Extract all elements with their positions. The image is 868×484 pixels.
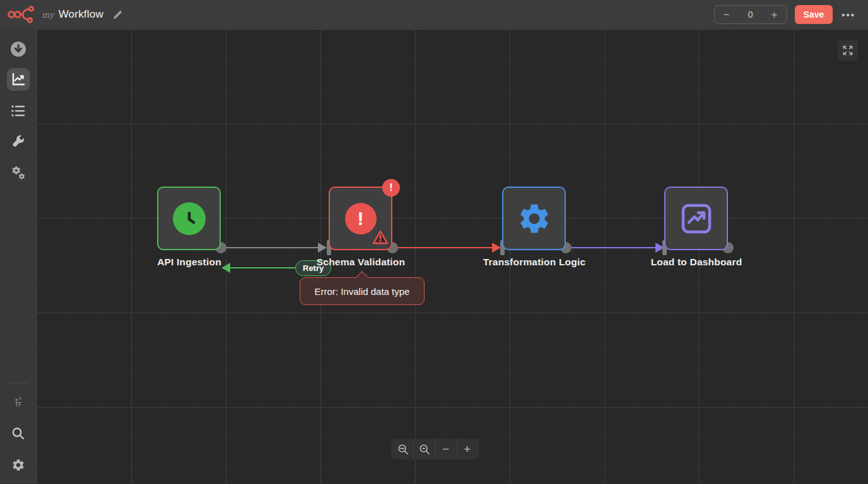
search-icon (11, 427, 25, 441)
node-api-ingestion[interactable] (157, 187, 221, 250)
zoom-reset-button[interactable] (414, 439, 435, 459)
magnifier-minus-icon (397, 444, 409, 455)
sidebar-item-search[interactable] (7, 422, 30, 445)
sidebar-item-settings[interactable] (7, 454, 30, 476)
connection-arrow (318, 243, 327, 253)
connection-schema-to-transform[interactable] (398, 247, 499, 248)
text-variables-icon: +³ TF (15, 397, 22, 407)
node-load-to-dashboard[interactable] (664, 187, 728, 250)
sidebar-divider (8, 383, 29, 383)
stepper-value: 0 (739, 9, 763, 20)
node-transformation-logic[interactable] (502, 187, 566, 250)
edit-title-button[interactable] (112, 9, 123, 20)
connection-arrow (492, 243, 501, 253)
topbar-actions: − 0 + Save ••• (714, 5, 868, 24)
workflow-title-prefix: my (42, 10, 54, 20)
zoom-toolbar: − + (391, 439, 479, 459)
error-tooltip-text: Error: Invalid data type (315, 286, 410, 297)
stepper-decrement-button[interactable]: − (715, 6, 739, 23)
left-sidebar: +³ TF (0, 29, 37, 484)
pencil-icon (112, 9, 123, 20)
sidebar-item-workflows[interactable] (7, 68, 30, 91)
value-stepper: − 0 + (714, 5, 787, 24)
warning-triangle-icon (372, 230, 389, 247)
clock-icon (173, 202, 206, 235)
expand-icon (843, 45, 853, 55)
node-label-transformation-logic: Transformation Logic (465, 256, 604, 268)
sidebar-item-tools[interactable] (7, 130, 30, 153)
node-schema-validation[interactable]: ! ! (329, 187, 392, 250)
chart-activity-icon (11, 72, 25, 86)
connection-transform-to-load[interactable] (572, 247, 663, 248)
error-exclamation-icon: ! (345, 203, 377, 234)
gear-icon (517, 201, 552, 236)
magnifier-small-minus-icon (419, 444, 430, 455)
sidebar-item-integrations[interactable] (7, 161, 30, 184)
zoom-in-button[interactable]: + (457, 439, 478, 459)
zoom-to-fit-button[interactable] (392, 439, 413, 459)
download-circle-icon (10, 41, 26, 57)
gear-icon (11, 458, 25, 472)
sidebar-item-list[interactable] (7, 100, 30, 122)
workflow-canvas[interactable]: Retry API Ingestion ! ! Schema Validatio… (37, 29, 868, 484)
error-badge[interactable]: ! (382, 179, 400, 197)
app-logo[interactable] (0, 5, 42, 24)
gears-icon (11, 165, 26, 180)
node-label-schema-validation: Schema Validation (291, 256, 430, 268)
workflow-title: Workflow (59, 8, 103, 21)
list-icon (11, 104, 26, 118)
workflow-logo-icon (7, 5, 35, 24)
save-button[interactable]: Save (795, 5, 833, 24)
stepper-increment-button[interactable]: + (763, 6, 787, 23)
zoom-out-button[interactable]: − (435, 439, 456, 459)
top-bar: my Workflow − 0 + Save ••• (0, 0, 868, 29)
sidebar-item-download[interactable] (7, 38, 30, 60)
wrench-icon (11, 134, 25, 148)
chart-trend-icon (679, 202, 713, 236)
error-tooltip: Error: Invalid data type (300, 277, 425, 305)
tooltip-caret (356, 271, 368, 284)
connection-api-to-schema[interactable] (221, 247, 324, 248)
sidebar-item-text-variables[interactable]: +³ TF (7, 391, 30, 413)
overflow-menu-button[interactable]: ••• (840, 7, 857, 23)
node-label-load-to-dashboard: Load to Dashboard (627, 256, 766, 268)
fit-view-button[interactable] (838, 40, 858, 60)
node-label-api-ingestion: API Ingestion (120, 256, 259, 268)
